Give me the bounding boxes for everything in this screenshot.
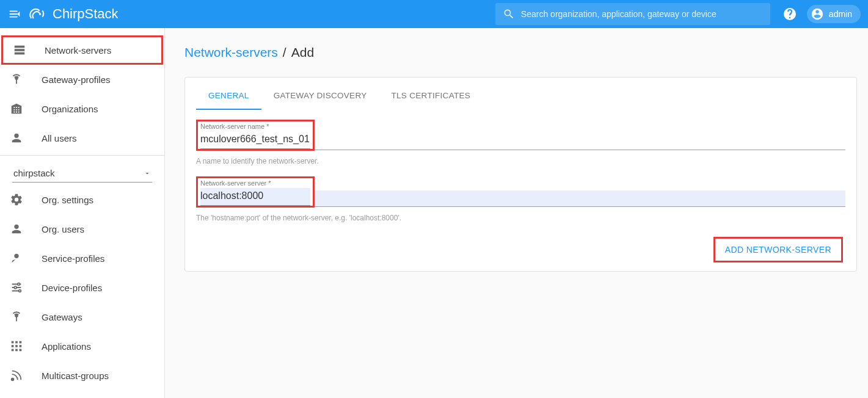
sidebar-item-label: Multicast-groups — [42, 371, 109, 381]
logo-text: ChirpStack — [53, 6, 119, 22]
tab-gateway-discovery[interactable]: GATEWAY DISCOVERY — [261, 82, 379, 110]
search-icon — [503, 8, 515, 20]
sliders-icon — [10, 281, 23, 294]
servers-icon — [13, 43, 26, 57]
help-icon[interactable] — [782, 7, 797, 21]
person-icon — [10, 222, 23, 236]
sidebar-item-label: Gateways — [42, 312, 82, 322]
svg-point-4 — [15, 77, 18, 79]
svg-rect-9 — [12, 341, 14, 344]
svg-point-0 — [39, 13, 42, 15]
field-name-highlight: Network-server name * — [196, 120, 315, 151]
username-label: admin — [829, 9, 852, 19]
service-icon — [10, 251, 23, 265]
logo-icon — [27, 3, 49, 25]
sidebar-item-org-settings[interactable]: Org. settings — [0, 185, 164, 214]
multicast-icon — [10, 369, 23, 382]
svg-point-6 — [14, 286, 16, 289]
sidebar-divider — [0, 155, 164, 156]
field-name-help: A name to identify the network-server. — [196, 157, 845, 165]
search-box[interactable] — [495, 3, 770, 25]
svg-point-5 — [18, 283, 20, 286]
svg-rect-13 — [15, 345, 18, 347]
org-selector-value: chirpstack — [13, 168, 55, 178]
form: Network-server name * A name to identify… — [185, 110, 856, 262]
svg-rect-10 — [15, 341, 18, 344]
chevron-down-icon — [144, 170, 151, 177]
add-network-server-button[interactable]: ADD NETWORK-SERVER — [713, 237, 843, 262]
breadcrumb-separator: / — [283, 45, 286, 60]
sidebar-item-label: Org. users — [42, 224, 84, 234]
field-server-highlight: Network-server server * — [196, 176, 315, 208]
sidebar-item-label: Org. settings — [42, 195, 93, 205]
svg-rect-12 — [12, 345, 14, 347]
sidebar-item-label: Device-profiles — [42, 283, 102, 293]
person-icon — [10, 131, 23, 145]
svg-rect-3 — [15, 52, 25, 55]
antenna-icon — [10, 310, 23, 324]
svg-rect-14 — [20, 345, 22, 347]
form-card: GENERAL GATEWAY DISCOVERY TLS CERTIFICAT… — [184, 77, 857, 272]
network-server-server-input[interactable] — [200, 188, 310, 206]
search-input[interactable] — [521, 9, 763, 19]
antenna-icon — [10, 73, 23, 86]
menu-toggle-button[interactable] — [7, 7, 22, 21]
svg-point-18 — [12, 378, 14, 381]
logo[interactable]: ChirpStack — [27, 3, 119, 25]
sidebar: Network-servers Gateway-profiles Organiz… — [0, 28, 165, 398]
sidebar-item-multicast-groups[interactable]: Multicast-groups — [0, 361, 164, 390]
tab-bar: GENERAL GATEWAY DISCOVERY TLS CERTIFICAT… — [185, 78, 856, 110]
tab-general[interactable]: GENERAL — [196, 82, 261, 110]
sidebar-item-service-profiles[interactable]: Service-profiles — [0, 244, 164, 273]
sidebar-item-all-users[interactable]: All users — [0, 123, 164, 153]
field-server-label: Network-server server * — [200, 179, 310, 187]
building-icon — [10, 102, 23, 115]
sidebar-item-device-profiles[interactable]: Device-profiles — [0, 273, 164, 302]
svg-rect-16 — [15, 349, 18, 352]
sidebar-item-label: Gateway-profiles — [42, 74, 111, 85]
svg-rect-1 — [15, 46, 25, 48]
sidebar-item-gateways[interactable]: Gateways — [0, 302, 164, 331]
field-server-help: The 'hostname:port' of the network-serve… — [196, 214, 845, 222]
sidebar-item-applications[interactable]: Applications — [0, 331, 164, 361]
menu-collapse-icon — [8, 7, 21, 21]
tab-tls-certificates[interactable]: TLS CERTIFICATES — [379, 82, 483, 110]
main-content: Network-servers / Add GENERAL GATEWAY DI… — [165, 28, 868, 398]
app-header: ChirpStack admin — [0, 0, 868, 28]
svg-rect-2 — [15, 49, 25, 51]
breadcrumb-root[interactable]: Network-servers — [184, 45, 278, 60]
sidebar-item-organizations[interactable]: Organizations — [0, 94, 164, 123]
sidebar-item-label: Service-profiles — [42, 253, 104, 264]
breadcrumb: Network-servers / Add — [184, 45, 857, 60]
svg-rect-15 — [12, 349, 14, 352]
sidebar-item-network-servers[interactable]: Network-servers — [1, 35, 163, 65]
svg-point-8 — [15, 314, 18, 317]
user-menu[interactable]: admin — [807, 5, 861, 23]
gear-icon — [10, 193, 23, 206]
apps-icon — [10, 339, 23, 353]
breadcrumb-current: Add — [291, 45, 314, 60]
network-server-name-input[interactable] — [200, 131, 310, 149]
sidebar-item-label: Organizations — [42, 104, 98, 114]
field-name-label: Network-server name * — [200, 123, 310, 130]
sidebar-item-label: Applications — [42, 341, 91, 352]
sidebar-item-label: Network-servers — [45, 45, 111, 56]
org-selector[interactable]: chirpstack — [0, 158, 164, 185]
sidebar-item-gateway-profiles[interactable]: Gateway-profiles — [0, 65, 164, 94]
svg-rect-11 — [20, 341, 22, 344]
svg-point-7 — [19, 290, 21, 292]
sidebar-item-org-users[interactable]: Org. users — [0, 214, 164, 244]
account-icon — [811, 7, 824, 21]
sidebar-item-label: All users — [42, 133, 77, 143]
svg-rect-17 — [20, 349, 22, 352]
